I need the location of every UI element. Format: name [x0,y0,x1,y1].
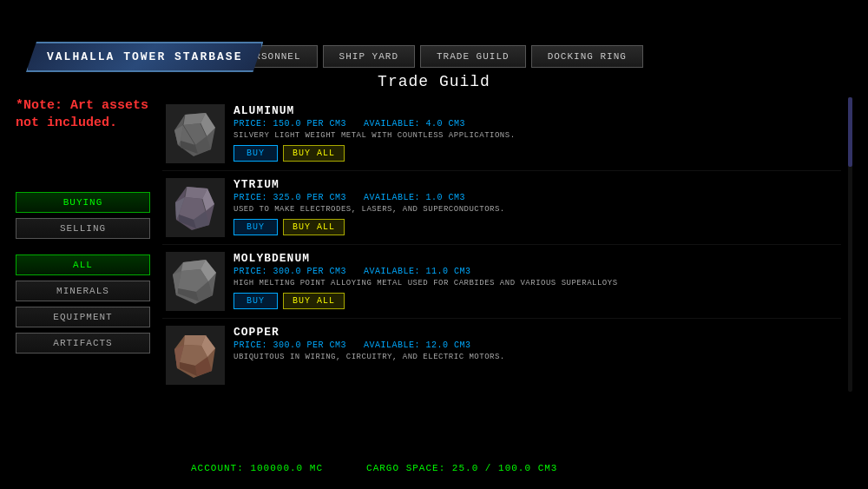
item-info: COPPER PRICE: 300.0 PER CM3 AVAILABLE: 1… [233,326,838,367]
list-item: COPPER PRICE: 300.0 PER CM3 AVAILABLE: 1… [162,319,841,392]
item-image [166,252,225,311]
item-name: ALUMINUM [233,104,838,117]
nav-btn-shipyard[interactable]: SHIP YARD [323,45,415,68]
item-price: PRICE: 150.0 PER CM3 [233,119,346,129]
item-name: MOLYBDENUM [233,252,838,265]
buy-button[interactable]: BUY [233,293,278,309]
list-item: ALUMINUM PRICE: 150.0 PER CM3 AVAILABLE:… [162,97,841,171]
cargo-status: CARGO SPACE: 25.0 / 100.0 CM3 [366,463,557,473]
list-item: MOLYBDENUM PRICE: 300.0 PER CM3 AVAILABL… [162,245,841,319]
item-name: YTRIUM [233,178,838,191]
nav-btn-tradeguild[interactable]: TRADE GUILD [420,45,526,68]
buy-button[interactable]: BUY [233,219,278,235]
items-list: ALUMINUM PRICE: 150.0 PER CM3 AVAILABLE:… [162,97,845,392]
item-price: PRICE: 325.0 PER CM3 [233,193,346,202]
item-info: ALUMINUM PRICE: 150.0 PER CM3 AVAILABLE:… [233,104,838,162]
item-price: PRICE: 300.0 PER CM3 [233,267,346,276]
item-description: SILVERY LIGHT WEIGHT METAL WITH COUNTLES… [233,130,838,142]
buy-all-button[interactable]: BUY ALL [283,145,345,162]
page-title: Trade Guild [0,73,868,90]
item-available: AVAILABLE: 4.0 CM3 [364,119,465,129]
item-price: PRICE: 300.0 PER CM3 [233,340,346,350]
item-description: HIGH MELTING POINT ALLOYING METAL USED F… [233,278,838,289]
item-available: AVAILABLE: 12.0 CM3 [364,340,471,350]
mode-btn-selling[interactable]: SELLING [16,218,150,239]
buy-all-button[interactable]: BUY ALL [283,293,345,309]
art-note: *Note: Art assets not included. [16,97,150,131]
buy-all-button[interactable]: BUY ALL [283,219,345,235]
station-title: VALHALLA TOWER STARBASE [26,42,263,72]
list-item: YTRIUM PRICE: 325.0 PER CM3 AVAILABLE: 1… [162,171,841,245]
filter-btn-artifacts[interactable]: ARTIFACTS [16,333,150,354]
scrollbar[interactable] [848,97,852,392]
filter-btn-minerals[interactable]: MINERALS [16,281,150,301]
item-available: AVAILABLE: 1.0 CM3 [364,193,465,202]
item-info: MOLYBDENUM PRICE: 300.0 PER CM3 AVAILABL… [233,252,838,309]
buy-button[interactable]: BUY [233,145,278,162]
item-image [166,104,225,163]
account-status: ACCOUNT: 100000.0 MC [191,463,323,473]
item-available: AVAILABLE: 11.0 CM3 [364,267,471,276]
nav-btn-dockingring[interactable]: DOCKING RING [531,45,643,68]
mode-btn-buying[interactable]: BUYING [16,192,150,213]
item-description: USED TO MAKE ELECTRODES, LASERS, AND SUP… [233,204,838,215]
item-info: YTRIUM PRICE: 325.0 PER CM3 AVAILABLE: 1… [233,178,838,235]
filter-btn-equipment[interactable]: EQUIPMENT [16,307,150,327]
filter-btn-all[interactable]: ALL [16,254,150,275]
item-image [166,326,225,385]
item-name: COPPER [233,326,838,339]
item-description: UBIQUITOUS IN WIRING, CIRCUITRY, AND ELE… [233,352,838,363]
item-image [166,178,225,237]
